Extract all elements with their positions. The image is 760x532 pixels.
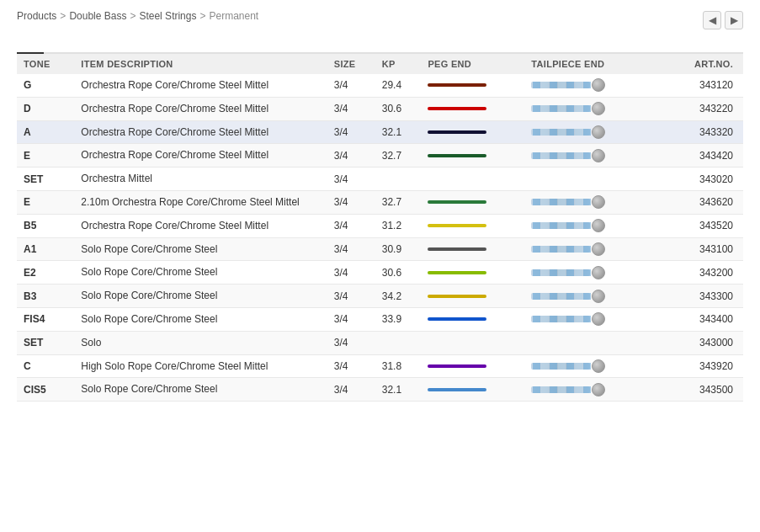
tailpiece-ball [592, 266, 605, 279]
cell-size: 3/4 [327, 285, 375, 308]
cell-peg-end [421, 261, 524, 285]
cell-art-no: 343320 [662, 120, 743, 144]
table-row: SETSolo3/4343000 [17, 331, 743, 354]
cell-description: Orchestra Rope Core/Chrome Steel Mittel [74, 144, 327, 168]
cell-kp: 29.4 [375, 74, 422, 97]
cell-art-no: 343120 [662, 74, 743, 97]
table-row: E2.10m Orchestra Rope Core/Chrome Steel … [17, 190, 743, 214]
cell-kp: 32.1 [375, 120, 422, 144]
table-row: A1Solo Rope Core/Chrome Steel3/430.93431… [17, 237, 743, 261]
page-wrapper: Products > Double Bass > Steel Strings >… [0, 0, 760, 532]
cell-tailpiece-end [524, 331, 662, 354]
cell-description: High Solo Rope Core/Chrome Steel Mittel [74, 354, 327, 378]
cell-peg-end [421, 331, 524, 354]
table-row: DOrchestra Rope Core/Chrome Steel Mittel… [17, 97, 743, 120]
tailpiece-ball [592, 242, 605, 256]
breadcrumb-products[interactable]: Products [17, 10, 56, 22]
header-tailpiece-end: TAILPIECE END [524, 54, 662, 74]
cell-size: 3/4 [327, 168, 375, 191]
table-row: B3Solo Rope Core/Chrome Steel3/434.23433… [17, 285, 743, 308]
cell-peg-end [421, 144, 524, 168]
cell-description: Orchestra Rope Core/Chrome Steel Mittel [74, 214, 327, 237]
cell-description: 2.10m Orchestra Rope Core/Chrome Steel M… [74, 190, 327, 214]
header-description: ITEM DESCRIPTION [74, 54, 327, 74]
cell-art-no: 343620 [662, 190, 743, 214]
cell-description: Solo Rope Core/Chrome Steel [74, 285, 327, 308]
table-row: B5Orchestra Rope Core/Chrome Steel Mitte… [17, 214, 743, 237]
cell-description: Orchestra Mittel [74, 168, 327, 191]
cell-peg-end [421, 120, 524, 144]
cell-tone: D [17, 97, 74, 120]
products-table: TONE ITEM DESCRIPTION SIZE kp PEG END TA… [17, 54, 743, 402]
table-row: CIS5Solo Rope Core/Chrome Steel3/432.134… [17, 378, 743, 402]
nav-prev-button[interactable]: ◀ [703, 11, 721, 29]
table-row: AOrchestra Rope Core/Chrome Steel Mittel… [17, 120, 743, 144]
cell-art-no: 343220 [662, 97, 743, 120]
cell-size: 3/4 [327, 237, 375, 261]
tailpiece-ball [592, 102, 605, 115]
tailpiece-ball [592, 125, 605, 139]
cell-tailpiece-end [524, 307, 662, 331]
breadcrumb: Products > Double Bass > Steel Strings >… [17, 10, 258, 22]
table-row: EOrchestra Rope Core/Chrome Steel Mittel… [17, 144, 743, 168]
cell-description: Solo [74, 331, 327, 354]
cell-kp [375, 168, 422, 191]
cell-kp: 33.9 [375, 307, 422, 331]
cell-art-no: 343100 [662, 237, 743, 261]
table-row: FIS4Solo Rope Core/Chrome Steel3/433.934… [17, 307, 743, 331]
cell-kp: 31.8 [375, 354, 422, 378]
tailpiece-ball [592, 149, 605, 162]
tab-bar [17, 39, 743, 54]
cell-description: Orchestra Rope Core/Chrome Steel Mittel [74, 74, 327, 97]
cell-description: Solo Rope Core/Chrome Steel [74, 378, 327, 402]
cell-peg-end [421, 237, 524, 261]
cell-tone: E [17, 190, 74, 214]
cell-kp: 32.1 [375, 378, 422, 402]
cell-kp: 34.2 [375, 285, 422, 308]
table-row: CHigh Solo Rope Core/Chrome Steel Mittel… [17, 354, 743, 378]
tailpiece-ball [592, 312, 605, 326]
cell-art-no: 343420 [662, 144, 743, 168]
header-peg-end: PEG END [421, 54, 524, 74]
tab-options[interactable] [98, 39, 125, 54]
header-art-no: ART.NO. [662, 54, 743, 74]
table-row: GOrchestra Rope Core/Chrome Steel Mittel… [17, 74, 743, 97]
cell-tailpiece-end [524, 120, 662, 144]
tab-permanent[interactable] [17, 39, 44, 54]
header-size: SIZE [327, 54, 375, 74]
cell-tone: SET [17, 168, 74, 191]
cell-tailpiece-end [524, 144, 662, 168]
cell-art-no: 343200 [662, 261, 743, 285]
tab-statements[interactable] [71, 39, 98, 54]
tab-datasheet[interactable] [125, 39, 151, 54]
cell-tailpiece-end [524, 285, 662, 308]
cell-art-no: 343920 [662, 354, 743, 378]
cell-size: 3/4 [327, 307, 375, 331]
cell-peg-end [421, 354, 524, 378]
cell-tone: B3 [17, 285, 74, 308]
cell-size: 3/4 [327, 331, 375, 354]
cell-size: 3/4 [327, 190, 375, 214]
cell-description: Solo Rope Core/Chrome Steel [74, 307, 327, 331]
cell-description: Solo Rope Core/Chrome Steel [74, 261, 327, 285]
cell-peg-end [421, 168, 524, 191]
tab-description[interactable] [44, 39, 71, 54]
tailpiece-ball [592, 359, 605, 373]
table-row: SETOrchestra Mittel3/4343020 [17, 168, 743, 191]
cell-tailpiece-end [524, 168, 662, 191]
cell-kp [375, 331, 422, 354]
cell-tone: A [17, 120, 74, 144]
cell-tone: E2 [17, 261, 74, 285]
breadcrumb-double-bass[interactable]: Double Bass [69, 10, 126, 22]
cell-art-no: 343500 [662, 378, 743, 402]
cell-tone: FIS4 [17, 307, 74, 331]
cell-description: Orchestra Rope Core/Chrome Steel Mittel [74, 97, 327, 120]
cell-size: 3/4 [327, 120, 375, 144]
cell-kp: 32.7 [375, 190, 422, 214]
table-row: E2Solo Rope Core/Chrome Steel3/430.63432… [17, 261, 743, 285]
cell-art-no: 343400 [662, 307, 743, 331]
breadcrumb-steel-strings[interactable]: Steel Strings [139, 10, 196, 22]
nav-next-button[interactable]: ▶ [725, 11, 743, 29]
cell-description: Orchestra Rope Core/Chrome Steel Mittel [74, 120, 327, 144]
breadcrumb-permanent: Permanent [210, 10, 259, 22]
